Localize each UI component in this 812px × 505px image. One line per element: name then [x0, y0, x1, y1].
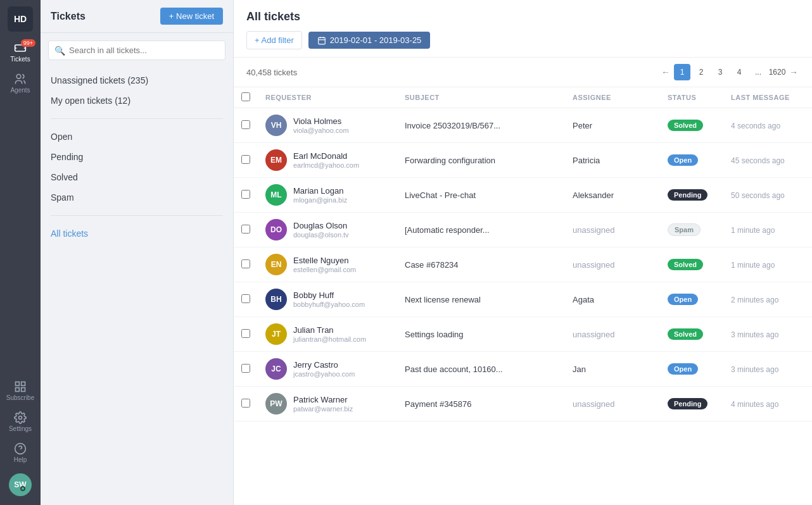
table-row: VH Viola Holmes viola@yahoo.com Invoice … [234, 108, 812, 143]
pagination: ← 1 2 3 4 ... 1620 → [660, 64, 799, 80]
ticket-assignee: Jan [573, 365, 586, 374]
sidebar-item-pending[interactable]: Pending [51, 147, 223, 167]
ticket-subject: Payment #345876 [405, 399, 472, 409]
next-page-button[interactable]: → [788, 67, 799, 77]
col-subject: SUBJECT [397, 87, 565, 108]
row-checkbox[interactable] [241, 259, 250, 268]
sidebar-quick-links: Unassigned tickets (235) My open tickets… [41, 68, 233, 113]
requester-email: bobbyhuff@yahoo.com [293, 301, 365, 308]
table-row: JT Julian Tran juliantran@hotmail.com Se… [234, 317, 812, 352]
online-indicator [20, 486, 25, 491]
search-container: 🔍 [48, 41, 225, 60]
ticket-subject: [Automatic responder... [405, 225, 490, 235]
tickets-count-row: 40,458 tickets ← 1 2 3 4 ... 1620 → [234, 58, 812, 87]
ticket-subject: Next license renewal [405, 295, 481, 304]
col-requester: REQUESTER [258, 87, 397, 108]
last-message-time: 1 minute ago [731, 226, 775, 235]
ticket-subject: Forwarding configuration [405, 156, 495, 165]
svg-rect-9 [319, 37, 326, 44]
sidebar: Tickets + New ticket 🔍 Unassigned ticket… [41, 0, 234, 505]
table-row: EM Earl McDonald earlmcd@yahoo.com Forwa… [234, 143, 812, 178]
nav-agents-label: Agents [10, 87, 30, 94]
status-badge: Pending [668, 189, 707, 201]
requester-avatar: JC [265, 358, 287, 380]
ticket-subject: Settings loading [405, 330, 464, 339]
user-avatar-container[interactable]: SW [9, 473, 32, 496]
requester-email: juliantran@hotmail.com [293, 335, 366, 343]
row-checkbox[interactable] [241, 120, 250, 129]
ticket-assignee: Patricia [573, 156, 600, 165]
sidebar-item-all-tickets[interactable]: All tickets [51, 223, 223, 244]
sidebar-all-tickets-section: All tickets [41, 221, 233, 246]
row-checkbox[interactable] [241, 155, 250, 164]
row-checkbox[interactable] [241, 294, 250, 303]
new-ticket-button[interactable]: + New ticket [160, 8, 223, 25]
nav-item-settings[interactable]: Settings [0, 406, 41, 437]
status-badge: Solved [668, 120, 703, 131]
date-range-label: 2019-02-01 - 2019-03-25 [330, 35, 422, 45]
row-checkbox[interactable] [241, 225, 250, 234]
nav-item-help[interactable]: Help [0, 437, 41, 468]
requester-avatar: ML [265, 184, 287, 206]
requester-email: douglas@olson.tv [293, 231, 349, 239]
ticket-assignee: unassigned [573, 260, 615, 270]
page-2-button[interactable]: 2 [693, 64, 709, 80]
app-logo: HD [8, 6, 33, 32]
last-message-time: 1 minute ago [731, 261, 775, 270]
nav-item-subscribe[interactable]: Subscribe [0, 375, 41, 406]
requester-email: earlmcd@yahoo.com [293, 161, 359, 169]
page-last-button[interactable]: 1620 [769, 64, 785, 80]
prev-page-button[interactable]: ← [660, 67, 671, 77]
page-3-button[interactable]: 3 [712, 64, 728, 80]
last-message-time: 3 minutes ago [731, 365, 778, 374]
row-checkbox[interactable] [241, 399, 250, 408]
table-row: EN Estelle Nguyen estellen@gmail.com Cas… [234, 247, 812, 282]
last-message-time: 50 seconds ago [731, 191, 785, 200]
requester-name: Estelle Nguyen [293, 256, 356, 265]
status-badge: Solved [668, 259, 703, 270]
nav-item-agents[interactable]: Agents [0, 68, 41, 99]
last-message-time: 2 minutes ago [731, 296, 778, 304]
table-row: ML Marian Logan mlogan@gina.biz LiveChat… [234, 178, 812, 213]
avatar: SW [9, 473, 32, 496]
requester-email: viola@yahoo.com [293, 127, 349, 134]
search-input[interactable] [48, 41, 225, 60]
main-header: All tickets + Add filter 2019-02-01 - 20… [234, 0, 812, 58]
row-checkbox[interactable] [241, 329, 250, 338]
page-4-button[interactable]: 4 [731, 64, 747, 80]
requester-name: Julian Tran [293, 325, 366, 335]
ticket-assignee: Peter [573, 121, 592, 130]
status-badge: Open [668, 154, 698, 166]
svg-point-1 [16, 75, 21, 79]
svg-point-6 [19, 416, 22, 420]
col-status: STATUS [660, 87, 723, 108]
select-all-checkbox[interactable] [241, 92, 250, 101]
sidebar-item-spam[interactable]: Spam [51, 187, 223, 208]
nav-item-tickets[interactable]: 99+ Tickets [0, 37, 41, 68]
row-checkbox[interactable] [241, 364, 250, 373]
requester-name: Patrick Warner [293, 395, 353, 404]
help-icon [14, 442, 27, 455]
requester-avatar: JT [265, 323, 287, 345]
requester-email: jcastro@yahoo.com [293, 370, 355, 378]
sidebar-item-solved[interactable]: Solved [51, 167, 223, 187]
svg-rect-3 [22, 382, 25, 386]
sidebar-title: Tickets [51, 11, 86, 22]
requester-name: Earl McDonald [293, 151, 359, 161]
sidebar-item-unassigned[interactable]: Unassigned tickets (235) [51, 70, 223, 90]
page-title: All tickets [246, 10, 799, 23]
add-filter-button[interactable]: + Add filter [246, 31, 302, 49]
ticket-assignee: unassigned [573, 330, 615, 339]
nav-help-label: Help [14, 456, 27, 463]
table-row: PW Patrick Warner patwar@warner.biz Paym… [234, 387, 812, 421]
last-message-time: 45 seconds ago [731, 156, 785, 165]
sidebar-item-my-open[interactable]: My open tickets (12) [51, 90, 223, 111]
sidebar-header: Tickets + New ticket [41, 0, 233, 33]
sidebar-categories: Open Pending Solved Spam [41, 124, 233, 210]
row-checkbox[interactable] [241, 190, 250, 199]
nav-subscribe-label: Subscribe [6, 394, 34, 401]
page-1-button[interactable]: 1 [674, 64, 690, 80]
date-filter-button[interactable]: 2019-02-01 - 2019-03-25 [308, 32, 431, 49]
sidebar-item-open[interactable]: Open [51, 127, 223, 147]
requester-avatar: PW [265, 393, 287, 415]
